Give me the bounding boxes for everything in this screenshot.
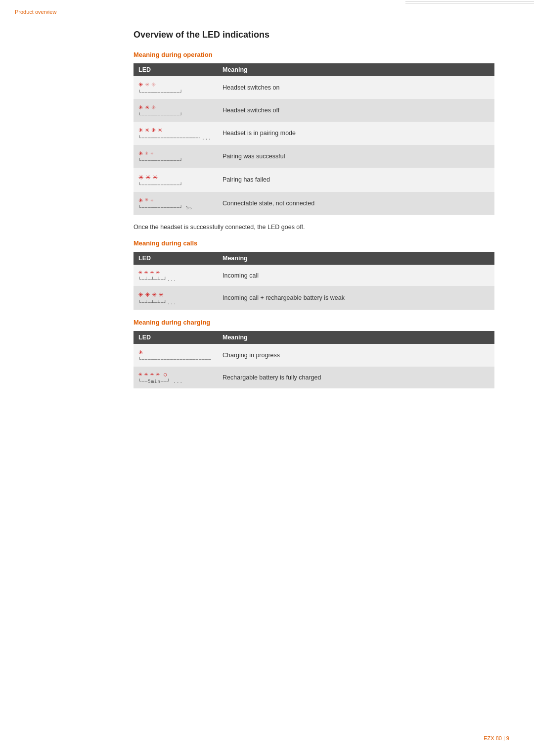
meaning-cell: Pairing was successful xyxy=(218,145,494,168)
connection-note: Once the headset is successfully connect… xyxy=(134,224,494,231)
table-row: ✳ ✳ ✳ └────────────┘ Pairing was success… xyxy=(134,145,494,168)
meaning-cell: Incoming call xyxy=(218,265,494,286)
col-header-meaning: Meaning xyxy=(218,63,494,76)
col-header-meaning: Meaning xyxy=(218,252,494,265)
table-row: ✳ └────────────────────── Charging in pr… xyxy=(134,344,494,367)
led-cell: ✳ ✳ ✳ └────────────┘ 5s xyxy=(134,192,218,215)
col-header-led: LED xyxy=(134,331,218,344)
table-row: ✳ ✳ ✳ └────────────┘ 5s Connectable stat… xyxy=(134,192,494,215)
col-header-meaning: Meaning xyxy=(218,331,494,344)
led-stars: ✳ ✳ ✳ xyxy=(138,171,158,182)
led-stars: ✳ ✳ ✳ ✳ xyxy=(138,268,160,277)
led-stars: ✳ ✳ ✳ xyxy=(138,80,156,90)
led-timeline: └─┴─┴─┴─┘... xyxy=(138,300,177,306)
meaning-cell: Headset is in pairing mode xyxy=(218,122,494,144)
led-cell: ✳ ✳ ✳ └────────────┘ xyxy=(134,168,218,192)
operation-table: LED Meaning ✳ ✳ ✳ xyxy=(134,63,494,215)
calls-table: LED Meaning ✳ ✳ ✳ ✳ xyxy=(134,252,494,310)
led-stars: ✳ ✳ ✳ xyxy=(138,195,154,205)
led-timeline: └────────────┘ 5s xyxy=(138,205,192,211)
led-timeline: └────────────┘ xyxy=(138,113,183,119)
table-row: ✳ ✳ ✳ └────────────┘ Headset switches of… xyxy=(134,99,494,122)
led-cell: ✳ ✳ ✳ ✳ └─┴─┴─┴─┘... xyxy=(134,265,218,286)
led-stars: ✳ ✳ ✳ ✳ xyxy=(138,125,163,135)
led-cell: ✳ ✳ ✳ └────────────┘ xyxy=(134,145,218,168)
led-timeline: └──5min──┘ ... xyxy=(138,379,183,385)
led-diagram: ✳ ✳ ✳ ✳ ○ └──5min──┘ ... xyxy=(138,370,213,385)
meaning-cell: Connectable state, not connected xyxy=(218,192,494,215)
table-row: ✳ ✳ ✳ ✳ ○ └──5min──┘ ... Rechargable bat… xyxy=(134,367,494,388)
charging-table: LED Meaning ✳ └────────────────────── xyxy=(134,331,494,388)
led-timeline: └──────────────────┘... xyxy=(138,136,212,142)
page-wrapper: Product overview Overview of the LED ind… xyxy=(0,0,534,756)
led-cell: ✳ ✳ ✳ ✳ └──────────────────┘... xyxy=(134,122,218,144)
meaning-cell: Pairing has failed xyxy=(218,168,494,192)
led-stars: ✳ ✳ ✳ xyxy=(138,148,154,158)
led-timeline: └────────────┘ xyxy=(138,183,183,189)
table-row: ✳ ✳ ✳ └────────────┘ Headset switches on xyxy=(134,76,494,99)
corner-decoration xyxy=(405,0,534,4)
led-diagram: ✳ ✳ ✳ └────────────┘ 5s xyxy=(138,195,213,211)
led-timeline: └────────────────────── xyxy=(138,357,212,363)
section-title-calls: Meaning during calls xyxy=(134,239,494,247)
led-timeline: └────────────┘ xyxy=(138,158,183,164)
section-operation: Meaning during operation LED Meaning xyxy=(134,51,494,215)
led-diagram: ✳ ✳ ✳ └────────────┘ xyxy=(138,171,213,189)
led-stars: ✳ ✳ ✳ ✳ ○ xyxy=(138,370,167,378)
meaning-cell: Rechargable battery is fully charged xyxy=(218,367,494,388)
led-stars: ✳ ✳ ✳ ✳ xyxy=(138,289,164,300)
led-timeline: └────────────┘ xyxy=(138,90,183,96)
footer-text: EZX 80 | 9 xyxy=(484,735,509,741)
section-calls: Meaning during calls LED Meaning ✳ xyxy=(134,239,494,310)
table-row: ✳ ✳ ✳ ✳ └──────────────────┘... Headset … xyxy=(134,122,494,144)
meaning-cell: Headset switches on xyxy=(218,76,494,99)
footer: EZX 80 | 9 xyxy=(484,735,509,741)
col-header-led: LED xyxy=(134,252,218,265)
meaning-cell: Charging in progress xyxy=(218,344,494,367)
section-title-operation: Meaning during operation xyxy=(134,51,494,58)
table-row: ✳ ✳ ✳ ✳ └─┴─┴─┴─┘... Incoming call + rec… xyxy=(134,286,494,309)
section-charging: Meaning during charging LED Meaning xyxy=(134,319,494,388)
meaning-cell: Headset switches off xyxy=(218,99,494,122)
section-title-charging: Meaning during charging xyxy=(134,319,494,326)
led-cell: ✳ ✳ ✳ └────────────┘ xyxy=(134,99,218,122)
page-title: Overview of the LED indications xyxy=(134,30,494,40)
led-diagram: ✳ ✳ ✳ └────────────┘ xyxy=(138,80,213,95)
col-header-led: LED xyxy=(134,63,218,76)
led-diagram: ✳ ✳ ✳ └────────────┘ xyxy=(138,102,213,118)
led-diagram: ✳ ✳ ✳ ✳ └──────────────────┘... xyxy=(138,125,213,141)
led-diagram: ✳ ✳ ✳ ✳ └─┴─┴─┴─┘... xyxy=(138,289,213,306)
led-diagram: ✳ ✳ ✳ └────────────┘ xyxy=(138,148,213,164)
led-diagram: ✳ ✳ ✳ ✳ └─┴─┴─┴─┘... xyxy=(138,268,213,283)
led-cell: ✳ └────────────────────── xyxy=(134,344,218,367)
table-row: ✳ ✳ ✳ └────────────┘ Pairing has failed xyxy=(134,168,494,192)
meaning-cell: Incoming call + rechargeable battery is … xyxy=(218,286,494,309)
led-cell: ✳ ✳ ✳ └────────────┘ xyxy=(134,76,218,99)
main-content: Overview of the LED indications Meaning … xyxy=(134,30,494,397)
led-stars: ✳ xyxy=(138,347,143,357)
led-stars: ✳ ✳ ✳ xyxy=(138,102,156,112)
led-timeline: └─┴─┴─┴─┘... xyxy=(138,277,177,283)
led-cell: ✳ ✳ ✳ ✳ └─┴─┴─┴─┘... xyxy=(134,286,218,309)
breadcrumb: Product overview xyxy=(15,9,56,15)
table-row: ✳ ✳ ✳ ✳ └─┴─┴─┴─┘... Incoming call xyxy=(134,265,494,286)
led-diagram: ✳ └────────────────────── xyxy=(138,347,213,363)
led-cell: ✳ ✳ ✳ ✳ ○ └──5min──┘ ... xyxy=(134,367,218,388)
